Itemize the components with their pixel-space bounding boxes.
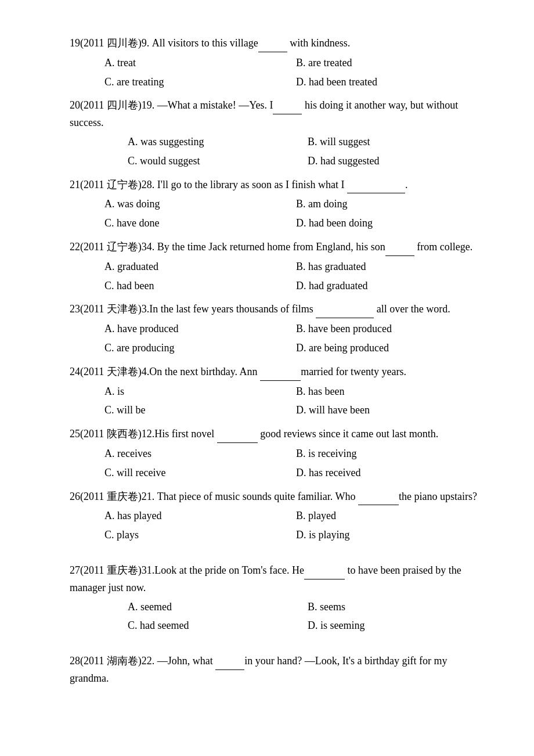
- q27-option-b: B. seems: [308, 599, 488, 615]
- q19-option-d: D. had been treated: [296, 74, 488, 91]
- question-19: 19(2011 四川卷)9. All visitors to this vill…: [70, 35, 488, 90]
- q27-option-a: A. seemed: [128, 599, 308, 615]
- question-20: 20(2011 四川卷)19. —What a mistake! —Yes. I…: [70, 97, 488, 169]
- q24-option-c: C. will be: [104, 402, 296, 419]
- q26-option-b: B. played: [296, 507, 488, 524]
- q27-option-d: D. is seeming: [308, 617, 488, 634]
- question-25: 25(2011 陕西卷)12.His first novel good revi…: [70, 426, 488, 481]
- question-23: 23(2011 天津卷)3.In the last few years thou…: [70, 301, 488, 356]
- question-22-text: 22(2011 辽宁卷)34. By the time Jack returne…: [70, 241, 472, 253]
- q19-option-c: C. are treating: [104, 74, 296, 91]
- q23-option-b: B. have been produced: [296, 321, 488, 337]
- q19-option-a: A. treat: [104, 55, 296, 71]
- q24-option-b: B. has been: [296, 383, 488, 400]
- q22-option-d: D. had graduated: [296, 278, 488, 294]
- q23-option-d: D. are being produced: [296, 340, 488, 357]
- question-28-text: 28(2011 湖南卷)22. —John, what in your hand…: [70, 655, 448, 684]
- q20-option-c: C. would suggest: [128, 153, 308, 170]
- question-24-text: 24(2011 天津卷)4.On the next birthday. Ann …: [70, 366, 406, 377]
- question-26: 26(2011 重庆卷)21. That piece of music soun…: [70, 488, 488, 543]
- q20-option-a: A. was suggesting: [128, 134, 308, 150]
- q27-option-c: C. had seemed: [128, 617, 308, 634]
- question-27-text: 27(2011 重庆卷)31.Look at the pride on Tom'…: [70, 564, 461, 593]
- q20-option-d: D. had suggested: [308, 153, 488, 170]
- q19-option-b: B. are treated: [296, 55, 488, 71]
- q22-option-c: C. had been: [104, 278, 296, 294]
- q22-option-a: A. graduated: [104, 258, 296, 275]
- q24-option-d: D. will have been: [296, 402, 488, 419]
- page-content: 19(2011 四川卷)9. All visitors to this vill…: [70, 35, 488, 687]
- q25-option-d: D. has received: [296, 465, 488, 481]
- q23-option-a: A. have produced: [104, 321, 296, 337]
- question-21: 21(2011 辽宁卷)28. I'll go to the library a…: [70, 177, 488, 232]
- q25-option-a: A. receives: [104, 445, 296, 462]
- q21-option-b: B. am doing: [296, 196, 488, 213]
- question-23-text: 23(2011 天津卷)3.In the last few years thou…: [70, 303, 450, 315]
- question-25-text: 25(2011 陕西卷)12.His first novel good revi…: [70, 428, 438, 440]
- q24-option-a: A. is: [104, 383, 296, 400]
- q21-option-c: C. have done: [104, 215, 296, 232]
- question-21-text: 21(2011 辽宁卷)28. I'll go to the library a…: [70, 179, 408, 190]
- q26-option-c: C. plays: [104, 527, 296, 543]
- question-22: 22(2011 辽宁卷)34. By the time Jack returne…: [70, 239, 488, 294]
- q25-option-b: B. is receiving: [296, 445, 488, 462]
- q23-option-c: C. are producing: [104, 340, 296, 357]
- q21-option-d: D. had been doing: [296, 215, 488, 232]
- question-19-text: 19(2011 四川卷)9. All visitors to this vill…: [70, 37, 350, 49]
- question-20-text: 20(2011 四川卷)19. —What a mistake! —Yes. I…: [70, 99, 458, 128]
- question-24: 24(2011 天津卷)4.On the next birthday. Ann …: [70, 363, 488, 419]
- q20-option-b: B. will suggest: [308, 134, 488, 150]
- q26-option-a: A. has played: [104, 507, 296, 524]
- q22-option-b: B. has graduated: [296, 258, 488, 275]
- q26-option-d: D. is playing: [296, 527, 488, 543]
- question-28: 28(2011 湖南卷)22. —John, what in your hand…: [70, 653, 488, 687]
- question-26-text: 26(2011 重庆卷)21. That piece of music soun…: [70, 491, 477, 502]
- question-27: 27(2011 重庆卷)31.Look at the pride on Tom'…: [70, 562, 488, 634]
- q25-option-c: C. will receive: [104, 465, 296, 481]
- q21-option-a: A. was doing: [104, 196, 296, 213]
